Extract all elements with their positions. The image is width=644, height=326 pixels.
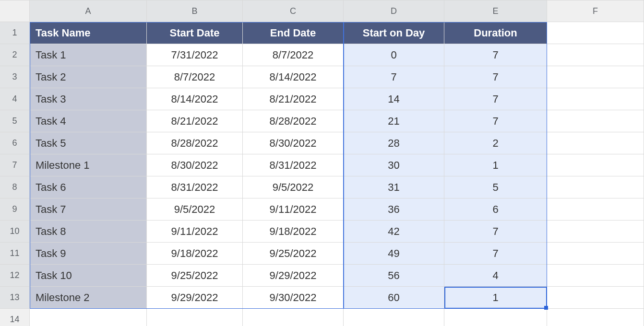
row-header-11[interactable]: 11 — [0, 243, 30, 265]
column-header-F[interactable]: F — [547, 0, 644, 22]
cell-D8[interactable]: 31 — [344, 176, 444, 198]
cell-D11[interactable]: 49 — [344, 243, 444, 265]
row-header-14[interactable]: 14 — [0, 309, 30, 326]
row-header-1[interactable]: 1 — [0, 22, 30, 44]
row-header-5[interactable]: 5 — [0, 110, 30, 132]
row-header-2[interactable]: 2 — [0, 44, 30, 66]
cell-C5[interactable]: 8/28/2022 — [243, 110, 344, 132]
cell-C14[interactable] — [243, 309, 344, 326]
cell-F14[interactable] — [547, 309, 644, 326]
cell-C9[interactable]: 9/11/2022 — [243, 198, 344, 221]
cell-A13[interactable]: Milestone 2 — [30, 287, 147, 309]
cell-B3[interactable]: 8/7/2022 — [147, 66, 243, 88]
cell-A2[interactable]: Task 1 — [30, 44, 147, 66]
cell-C8[interactable]: 9/5/2022 — [243, 176, 344, 198]
cell-D4[interactable]: 14 — [344, 88, 444, 110]
cell-B7[interactable]: 8/30/2022 — [147, 154, 243, 176]
cell-B6[interactable]: 8/28/2022 — [147, 132, 243, 154]
cell-E10[interactable]: 7 — [444, 221, 547, 243]
cell-E8[interactable]: 5 — [444, 176, 547, 198]
cell-E3[interactable]: 7 — [444, 66, 547, 88]
cell-C10[interactable]: 9/18/2022 — [243, 221, 344, 243]
cell-F8[interactable] — [547, 176, 644, 198]
cell-B2[interactable]: 7/31/2022 — [147, 44, 243, 66]
cell-A12[interactable]: Task 10 — [30, 265, 147, 287]
column-header-B[interactable]: B — [147, 0, 243, 22]
cell-C4[interactable]: 8/21/2022 — [243, 88, 344, 110]
cell-B12[interactable]: 9/25/2022 — [147, 265, 243, 287]
cell-E9[interactable]: 6 — [444, 198, 547, 221]
row-header-8[interactable]: 8 — [0, 176, 30, 198]
cell-D1[interactable]: Start on Day — [344, 22, 444, 44]
cell-B9[interactable]: 9/5/2022 — [147, 198, 243, 221]
cell-B13[interactable]: 9/29/2022 — [147, 287, 243, 309]
row-header-13[interactable]: 13 — [0, 287, 30, 309]
cell-B1[interactable]: Start Date — [147, 22, 243, 44]
cell-D2[interactable]: 0 — [344, 44, 444, 66]
cell-B10[interactable]: 9/11/2022 — [147, 221, 243, 243]
cell-B11[interactable]: 9/18/2022 — [147, 243, 243, 265]
cell-E14[interactable] — [444, 309, 547, 326]
cell-A6[interactable]: Task 5 — [30, 132, 147, 154]
cell-E13[interactable]: 1 — [444, 287, 547, 309]
cell-F9[interactable] — [547, 198, 644, 221]
cell-C7[interactable]: 8/31/2022 — [243, 154, 344, 176]
row-header-9[interactable]: 9 — [0, 198, 30, 221]
cell-D12[interactable]: 56 — [344, 265, 444, 287]
cell-E12[interactable]: 4 — [444, 265, 547, 287]
cell-B4[interactable]: 8/14/2022 — [147, 88, 243, 110]
cell-B8[interactable]: 8/31/2022 — [147, 176, 243, 198]
column-header-D[interactable]: D — [344, 0, 444, 22]
cell-E2[interactable]: 7 — [444, 44, 547, 66]
cell-E1[interactable]: Duration — [444, 22, 547, 44]
cell-D5[interactable]: 21 — [344, 110, 444, 132]
cell-E5[interactable]: 7 — [444, 110, 547, 132]
column-header-C[interactable]: C — [243, 0, 344, 22]
cell-B14[interactable] — [147, 309, 243, 326]
cell-C13[interactable]: 9/30/2022 — [243, 287, 344, 309]
cell-C3[interactable]: 8/14/2022 — [243, 66, 344, 88]
cell-A4[interactable]: Task 3 — [30, 88, 147, 110]
row-header-10[interactable]: 10 — [0, 221, 30, 243]
row-header-4[interactable]: 4 — [0, 88, 30, 110]
row-header-12[interactable]: 12 — [0, 265, 30, 287]
cell-B5[interactable]: 8/21/2022 — [147, 110, 243, 132]
cell-C12[interactable]: 9/29/2022 — [243, 265, 344, 287]
cell-C1[interactable]: End Date — [243, 22, 344, 44]
cell-F10[interactable] — [547, 221, 644, 243]
select-all-corner[interactable] — [0, 0, 30, 22]
cell-F3[interactable] — [547, 66, 644, 88]
row-header-7[interactable]: 7 — [0, 154, 30, 176]
cell-F13[interactable] — [547, 287, 644, 309]
cell-A9[interactable]: Task 7 — [30, 198, 147, 221]
row-header-3[interactable]: 3 — [0, 66, 30, 88]
cell-A14[interactable] — [30, 309, 147, 326]
cell-A8[interactable]: Task 6 — [30, 176, 147, 198]
cell-A10[interactable]: Task 8 — [30, 221, 147, 243]
cell-D13[interactable]: 60 — [344, 287, 444, 309]
cell-F11[interactable] — [547, 243, 644, 265]
cell-A7[interactable]: Milestone 1 — [30, 154, 147, 176]
cell-E6[interactable]: 2 — [444, 132, 547, 154]
cell-A11[interactable]: Task 9 — [30, 243, 147, 265]
cell-F4[interactable] — [547, 88, 644, 110]
cell-C11[interactable]: 9/25/2022 — [243, 243, 344, 265]
cell-D6[interactable]: 28 — [344, 132, 444, 154]
cell-C6[interactable]: 8/30/2022 — [243, 132, 344, 154]
cell-F5[interactable] — [547, 110, 644, 132]
cell-A1[interactable]: Task Name — [30, 22, 147, 44]
cell-E7[interactable]: 1 — [444, 154, 547, 176]
cell-E11[interactable]: 7 — [444, 243, 547, 265]
cell-E4[interactable]: 7 — [444, 88, 547, 110]
cell-A3[interactable]: Task 2 — [30, 66, 147, 88]
row-header-6[interactable]: 6 — [0, 132, 30, 154]
cell-D3[interactable]: 7 — [344, 66, 444, 88]
cell-A5[interactable]: Task 4 — [30, 110, 147, 132]
column-header-E[interactable]: E — [444, 0, 547, 22]
cell-F2[interactable] — [547, 44, 644, 66]
cell-D14[interactable] — [344, 309, 444, 326]
cell-C2[interactable]: 8/7/2022 — [243, 44, 344, 66]
cell-F12[interactable] — [547, 265, 644, 287]
cell-F7[interactable] — [547, 154, 644, 176]
column-header-A[interactable]: A — [30, 0, 147, 22]
